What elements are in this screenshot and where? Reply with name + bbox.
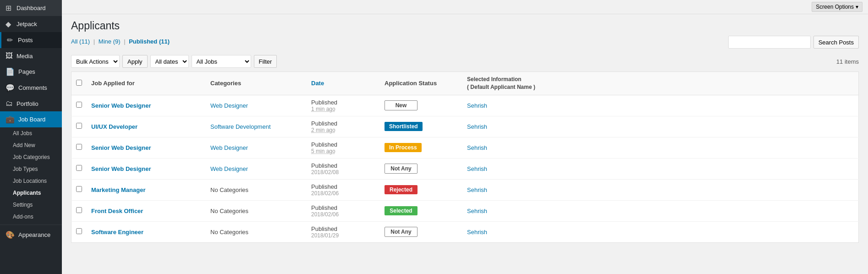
status-badge: Rejected — [385, 185, 418, 194]
row-job-cell: Software Engineer — [87, 221, 206, 242]
sidebar-item-job-types[interactable]: Job Types — [0, 163, 62, 175]
filter-published[interactable]: Published (11) — [129, 38, 170, 45]
row-status-cell: Selected — [380, 200, 462, 221]
date-status-label: Published — [311, 120, 375, 127]
category-link[interactable]: Web Designer — [210, 144, 248, 151]
table-row: Front Desk OfficerNo CategoriesPublished… — [71, 200, 859, 221]
sidebar-item-dashboard[interactable]: ⊞ Dashboard — [0, 0, 62, 16]
published-count: (11) — [159, 38, 170, 45]
items-count: 11 items — [836, 58, 859, 65]
sidebar: ⊞ Dashboard ◆ Jetpack ✏ Posts 🖼 Media 📄 … — [0, 0, 62, 274]
date-status-label: Published — [311, 225, 375, 232]
sidebar-item-settings[interactable]: Settings — [0, 199, 62, 211]
applicant-link[interactable]: Sehrish — [467, 144, 487, 151]
topbar: Screen Options ▾ — [62, 0, 868, 14]
sidebar-item-comments[interactable]: 💬 Comments — [0, 80, 62, 96]
row-checkbox-4[interactable] — [76, 186, 82, 192]
sidebar-item-add-ons[interactable]: Add-ons — [0, 211, 62, 223]
sidebar-item-posts[interactable]: ✏ Posts — [0, 32, 62, 48]
search-posts-button[interactable]: Search Posts — [813, 36, 859, 49]
applicant-link[interactable]: Sehrish — [467, 229, 487, 236]
sidebar-sub-item-label: Job Types — [13, 166, 38, 172]
applicant-link[interactable]: Sehrish — [467, 123, 487, 130]
comments-icon: 💬 — [5, 83, 15, 92]
job-title-link[interactable]: UI/UX Developer — [91, 123, 137, 130]
row-applicant-cell: Sehrish — [462, 158, 859, 179]
job-title-link[interactable]: Software Engineer — [91, 229, 143, 236]
filter-all[interactable]: All (11) — [71, 38, 90, 45]
table-header-row: Job Applied for Categories Date Applicat… — [71, 72, 859, 95]
applicant-link[interactable]: Sehrish — [467, 102, 487, 109]
filter-button[interactable]: Filter — [254, 55, 277, 68]
date-status-label: Published — [311, 141, 375, 148]
dashboard-icon: ⊞ — [5, 4, 13, 12]
job-title-link[interactable]: Senior Web Designer — [91, 144, 151, 151]
row-date-cell: Published2018/02/06 — [307, 200, 380, 221]
row-applicant-cell: Sehrish — [462, 95, 859, 116]
th-date-link[interactable]: Date — [311, 80, 324, 87]
category-link[interactable]: Software Development — [210, 123, 271, 130]
row-job-cell: Marketing Manager — [87, 179, 206, 200]
jobs-select[interactable]: All Jobs — [192, 55, 251, 68]
status-badge: New — [385, 100, 418, 110]
job-title-link[interactable]: Front Desk Officer — [91, 208, 143, 214]
row-checkbox-cell — [71, 200, 87, 221]
row-checkbox-1[interactable] — [76, 123, 82, 129]
row-date-cell: Published2018/02/06 — [307, 179, 380, 200]
sidebar-item-add-new[interactable]: Add New — [0, 139, 62, 151]
apply-button[interactable]: Apply — [122, 55, 148, 68]
search-input[interactable] — [728, 36, 811, 49]
row-applicant-cell: Sehrish — [462, 179, 859, 200]
appearance-icon: 🎨 — [5, 230, 15, 239]
row-checkbox-cell — [71, 116, 87, 137]
chevron-down-icon: ▾ — [856, 4, 858, 10]
job-title-link[interactable]: Senior Web Designer — [91, 165, 151, 172]
row-checkbox-0[interactable] — [76, 102, 82, 108]
row-checkbox-3[interactable] — [76, 165, 82, 171]
dates-select[interactable]: All dates — [150, 55, 189, 68]
row-job-cell: UI/UX Developer — [87, 116, 206, 137]
mine-count: (9) — [113, 38, 121, 45]
sidebar-item-all-jobs[interactable]: All Jobs — [0, 127, 62, 139]
row-job-cell: Senior Web Designer — [87, 158, 206, 179]
row-checkbox-2[interactable] — [76, 144, 82, 150]
sidebar-sub-item-label: Job Locations — [13, 178, 47, 184]
category-link[interactable]: Web Designer — [210, 165, 248, 172]
date-status-label: Published — [311, 204, 375, 211]
select-all-checkbox[interactable] — [76, 80, 82, 86]
sidebar-item-label: Dashboard — [16, 5, 46, 11]
main-content: Screen Options ▾ Applicants All (11) | M… — [62, 0, 868, 274]
bulk-actions-select[interactable]: Bulk Actions — [71, 55, 120, 68]
sidebar-item-applicants[interactable]: Applicants — [0, 187, 62, 199]
portfolio-icon: 🗂 — [5, 99, 13, 108]
row-applicant-cell: Sehrish — [462, 200, 859, 221]
sidebar-sub-item-label: All Jobs — [13, 130, 32, 137]
row-checkbox-6[interactable] — [76, 228, 82, 234]
sidebar-item-media[interactable]: 🖼 Media — [0, 48, 62, 64]
job-title-link[interactable]: Senior Web Designer — [91, 102, 151, 109]
sidebar-item-job-locations[interactable]: Job Locations — [0, 175, 62, 187]
row-checkbox-5[interactable] — [76, 207, 82, 213]
date-value-label: 2018/01/29 — [311, 232, 375, 239]
sidebar-item-jetpack[interactable]: ◆ Jetpack — [0, 16, 62, 32]
category-link[interactable]: Web Designer — [210, 102, 248, 109]
job-title-link[interactable]: Marketing Manager — [91, 186, 145, 193]
applicant-link[interactable]: Sehrish — [467, 186, 487, 193]
date-status-label: Published — [311, 183, 375, 190]
th-status: Application Status — [380, 72, 462, 95]
row-checkbox-cell — [71, 158, 87, 179]
sidebar-item-jobboard[interactable]: 💼 Job Board — [0, 111, 62, 127]
sidebar-item-pages[interactable]: 📄 Pages — [0, 64, 62, 80]
sidebar-item-portfolio[interactable]: 🗂 Portfolio — [0, 96, 62, 111]
row-categories-cell: No Categories — [206, 179, 307, 200]
page-title: Applicants — [71, 20, 859, 32]
applicant-link[interactable]: Sehrish — [467, 165, 487, 172]
sidebar-item-appearance[interactable]: 🎨 Appearance — [0, 227, 62, 243]
th-selected-label: Selected Information ( Default Applicant… — [467, 76, 535, 90]
row-status-cell: Rejected — [380, 179, 462, 200]
screen-options-button[interactable]: Screen Options ▾ — [812, 2, 863, 12]
sidebar-item-job-categories[interactable]: Job Categories — [0, 151, 62, 163]
filter-mine[interactable]: Mine (9) — [99, 38, 121, 45]
applicant-link[interactable]: Sehrish — [467, 208, 487, 214]
row-applicant-cell: Sehrish — [462, 137, 859, 158]
